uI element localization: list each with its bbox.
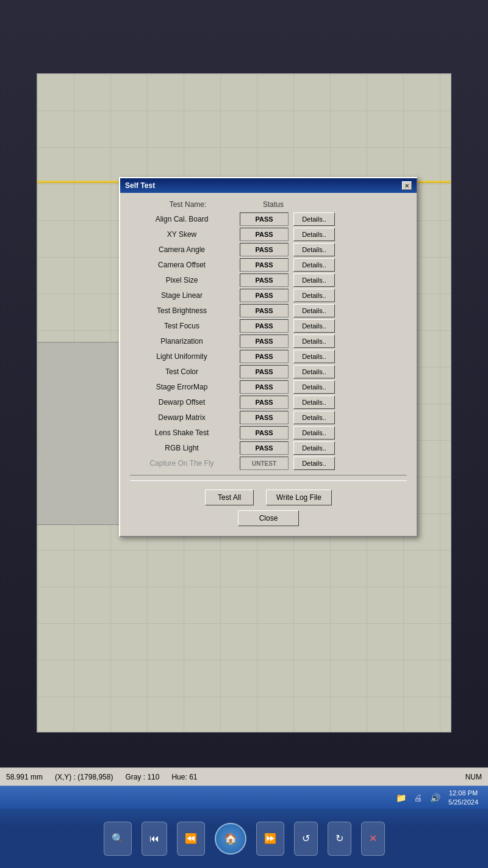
details-button-11[interactable]: Details.. xyxy=(293,380,335,394)
test-name-15: RGB Light xyxy=(130,443,234,454)
test-status-4: PASS xyxy=(240,273,289,287)
test-name-5: Stage Linear xyxy=(130,290,234,301)
test-row: Camera OffsetPASSDetails.. xyxy=(130,258,407,272)
taskbar-tray: 📁 🖨 🔊 12:08 PM 5/25/2024 xyxy=(0,786,488,809)
details-button-0[interactable]: Details.. xyxy=(293,212,335,226)
test-name-4: Pixel Size xyxy=(130,275,234,286)
nav-forward-btn[interactable]: ↻ xyxy=(328,822,351,856)
test-row: XY SkewPASSDetails.. xyxy=(130,228,407,241)
details-button-9[interactable]: Details.. xyxy=(293,350,335,363)
dialog-title: Self Test xyxy=(125,181,155,190)
test-row: Dewarp MatrixPASSDetails.. xyxy=(130,411,407,424)
details-button-8[interactable]: Details.. xyxy=(293,335,335,348)
bottom-section: Test All Write Log File Close xyxy=(130,490,407,526)
status-bar: 58.991 mm (X,Y) : (1798,958) Gray : 110 … xyxy=(0,767,488,786)
nav-prev-start-btn[interactable]: ⏮ xyxy=(142,822,167,856)
column-headers: Test Name: Status xyxy=(130,200,407,209)
test-status-7: PASS xyxy=(240,319,289,333)
test-name-12: Dewarp Offset xyxy=(130,397,234,408)
test-name-16: Capture On The Fly xyxy=(130,458,234,469)
test-name-14: Lens Shake Test xyxy=(130,427,234,438)
test-row: Capture On The FlyUNTESTDetails.. xyxy=(130,457,407,470)
write-log-button[interactable]: Write Log File xyxy=(266,490,332,505)
nav-refresh-btn[interactable]: ↺ xyxy=(294,822,318,856)
details-button-2[interactable]: Details.. xyxy=(293,243,335,256)
tray-icon-printer: 🖨 xyxy=(412,792,424,804)
details-button-14[interactable]: Details.. xyxy=(293,426,335,439)
test-status-13: PASS xyxy=(240,411,289,424)
gray-panel xyxy=(37,342,122,525)
status-coords: 58.991 mm xyxy=(6,773,43,781)
col-header-test-name: Test Name: xyxy=(136,200,240,209)
bottom-row-1: Test All Write Log File xyxy=(130,490,407,505)
details-button-12[interactable]: Details.. xyxy=(293,396,335,409)
test-row: RGB LightPASSDetails.. xyxy=(130,441,407,455)
test-name-10: Test Color xyxy=(130,366,234,377)
close-button[interactable]: Close xyxy=(238,510,299,526)
details-button-13[interactable]: Details.. xyxy=(293,411,335,424)
time-display: 12:08 PM xyxy=(448,789,478,797)
tray-icon-folder: 📁 xyxy=(395,792,407,804)
details-button-1[interactable]: Details.. xyxy=(293,228,335,241)
nav-close-btn[interactable]: ✕ xyxy=(361,822,385,856)
details-button-4[interactable]: Details.. xyxy=(293,273,335,287)
test-status-12: PASS xyxy=(240,396,289,409)
home-icon: 🏠 xyxy=(224,832,237,845)
test-status-15: PASS xyxy=(240,441,289,455)
test-status-16: UNTEST xyxy=(240,457,289,470)
test-name-13: Dewarp Matrix xyxy=(130,412,234,423)
test-row: Pixel SizePASSDetails.. xyxy=(130,273,407,287)
test-row: Stage ErrorMapPASSDetails.. xyxy=(130,380,407,394)
details-button-15[interactable]: Details.. xyxy=(293,441,335,455)
test-status-10: PASS xyxy=(240,365,289,378)
details-button-5[interactable]: Details.. xyxy=(293,289,335,302)
nav-home-btn[interactable]: 🏠 xyxy=(215,823,246,855)
tray-icons: 📁 🖨 🔊 xyxy=(395,792,441,804)
status-num: NUM xyxy=(465,773,482,781)
date-display: 5/25/2024 xyxy=(448,798,478,806)
test-row: PlanarizationPASSDetails.. xyxy=(130,335,407,348)
details-button-6[interactable]: Details.. xyxy=(293,304,335,317)
dialog-content: Test Name: Status Align Cal. BoardPASSDe… xyxy=(120,193,417,536)
details-button-10[interactable]: Details.. xyxy=(293,365,335,378)
test-name-0: Align Cal. Board xyxy=(130,214,234,225)
details-button-3[interactable]: Details.. xyxy=(293,258,335,272)
tray-icon-volume: 🔊 xyxy=(429,792,441,804)
taskbar-nav: 🔍 ⏮ ⏪ 🏠 ⏩ ↺ ↻ ✕ xyxy=(0,809,488,868)
col-header-status: Status xyxy=(246,200,301,209)
test-status-0: PASS xyxy=(240,212,289,226)
nav-next-btn[interactable]: ⏩ xyxy=(256,822,284,856)
test-name-8: Planarization xyxy=(130,336,234,347)
test-row: Stage LinearPASSDetails.. xyxy=(130,289,407,302)
test-name-9: Light Uniformity xyxy=(130,351,234,362)
test-row: Test ColorPASSDetails.. xyxy=(130,365,407,378)
test-status-9: PASS xyxy=(240,350,289,363)
dialog-close-button[interactable]: ✕ xyxy=(402,181,412,190)
dialog-titlebar: Self Test ✕ xyxy=(120,178,417,193)
nav-prev-btn[interactable]: ⏪ xyxy=(177,822,205,856)
test-row: Test FocusPASSDetails.. xyxy=(130,319,407,333)
status-hue: Hue: 61 xyxy=(171,773,197,781)
test-status-11: PASS xyxy=(240,380,289,394)
test-row: Align Cal. BoardPASSDetails.. xyxy=(130,212,407,226)
test-name-2: Camera Angle xyxy=(130,244,234,255)
separator-2 xyxy=(130,480,407,481)
details-button-16[interactable]: Details.. xyxy=(293,457,335,470)
test-status-6: PASS xyxy=(240,304,289,317)
status-gray: Gray : 110 xyxy=(125,773,159,781)
test-row: Camera AnglePASSDetails.. xyxy=(130,243,407,256)
test-row: Light UniformityPASSDetails.. xyxy=(130,350,407,363)
test-status-8: PASS xyxy=(240,335,289,348)
details-button-7[interactable]: Details.. xyxy=(293,319,335,333)
nav-search-btn[interactable]: 🔍 xyxy=(104,822,132,856)
test-all-button[interactable]: Test All xyxy=(205,490,254,505)
test-name-1: XY Skew xyxy=(130,229,234,240)
test-row: Test BrightnessPASSDetails.. xyxy=(130,304,407,317)
test-row: Lens Shake TestPASSDetails.. xyxy=(130,426,407,439)
separator-1 xyxy=(130,475,407,476)
test-name-7: Test Focus xyxy=(130,320,234,331)
test-status-3: PASS xyxy=(240,258,289,272)
test-status-5: PASS xyxy=(240,289,289,302)
test-name-3: Camera Offset xyxy=(130,259,234,270)
bottom-row-2: Close xyxy=(130,510,407,526)
